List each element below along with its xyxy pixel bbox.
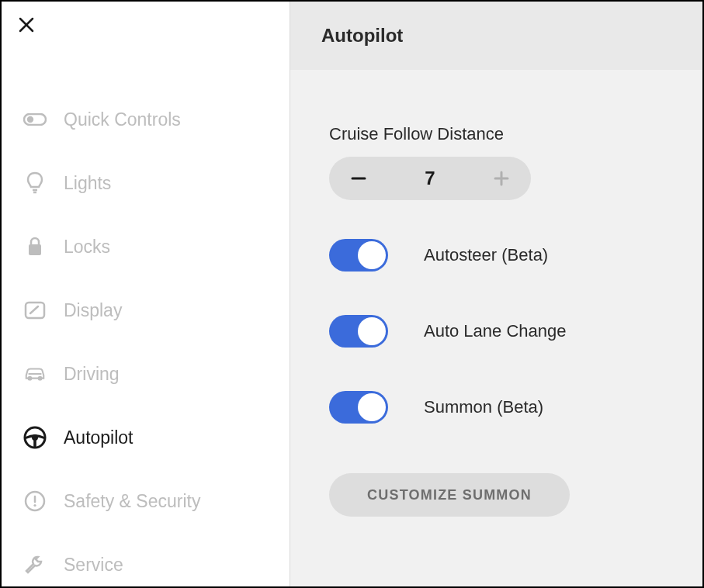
- svg-point-3: [27, 116, 33, 123]
- auto-lane-change-label: Auto Lane Change: [424, 321, 567, 341]
- sidebar-item-label: Driving: [64, 364, 120, 385]
- sidebar-item-label: Lights: [64, 173, 111, 194]
- svg-point-10: [39, 377, 42, 380]
- autosteer-label: Autosteer (Beta): [424, 245, 548, 265]
- car-icon: [23, 362, 47, 386]
- stepper-increase-button[interactable]: [491, 168, 512, 189]
- summon-row: Summon (Beta): [329, 391, 671, 424]
- sidebar-item-locks[interactable]: Locks: [2, 215, 290, 278]
- cruise-follow-distance-block: Cruise Follow Distance 7: [329, 124, 671, 200]
- customize-summon-label: CUSTOMIZE SUMMON: [367, 487, 532, 503]
- sidebar-item-display[interactable]: Display: [2, 278, 290, 342]
- svg-rect-6: [29, 244, 41, 255]
- page-title: Autopilot: [321, 25, 671, 47]
- cruise-follow-distance-stepper: 7: [329, 157, 531, 200]
- svg-line-8: [30, 306, 38, 313]
- autosteer-row: Autosteer (Beta): [329, 239, 671, 272]
- sidebar-item-label: Quick Controls: [64, 109, 181, 130]
- main-body: Cruise Follow Distance 7 Autosteer (Beta…: [290, 70, 702, 548]
- sidebar-item-label: Autopilot: [64, 427, 134, 448]
- sidebar-item-label: Service: [64, 555, 123, 576]
- close-area: [2, 16, 290, 88]
- lightbulb-icon: [23, 171, 47, 195]
- steering-wheel-icon: [23, 426, 47, 449]
- summon-label: Summon (Beta): [424, 397, 543, 417]
- quick-controls-icon: [23, 108, 47, 131]
- settings-window: Quick Controls Lights Locks Display: [0, 0, 704, 588]
- auto-lane-change-toggle[interactable]: [329, 315, 388, 348]
- sidebar-item-lights[interactable]: Lights: [2, 151, 290, 215]
- svg-point-17: [33, 504, 36, 507]
- toggle-knob: [358, 317, 386, 345]
- cruise-follow-distance-label: Cruise Follow Distance: [329, 124, 671, 144]
- summon-toggle[interactable]: [329, 391, 388, 424]
- sidebar: Quick Controls Lights Locks Display: [2, 2, 290, 586]
- auto-lane-change-row: Auto Lane Change: [329, 315, 671, 348]
- main-panel: Autopilot Cruise Follow Distance 7: [290, 2, 702, 586]
- svg-point-9: [29, 377, 32, 380]
- sidebar-item-label: Safety & Security: [64, 491, 200, 512]
- sidebar-item-driving[interactable]: Driving: [2, 342, 290, 406]
- wrench-icon: [23, 553, 47, 576]
- svg-rect-14: [33, 439, 36, 447]
- close-icon[interactable]: [17, 23, 36, 36]
- autosteer-toggle[interactable]: [329, 239, 388, 272]
- sidebar-item-autopilot[interactable]: Autopilot: [2, 406, 290, 469]
- sidebar-item-safety-security[interactable]: Safety & Security: [2, 469, 290, 533]
- toggle-knob: [358, 241, 386, 269]
- display-icon: [23, 299, 47, 322]
- stepper-value: 7: [425, 168, 435, 189]
- sidebar-item-quick-controls[interactable]: Quick Controls: [2, 88, 290, 151]
- lock-icon: [23, 235, 47, 258]
- alert-circle-icon: [23, 489, 47, 513]
- sidebar-nav: Quick Controls Lights Locks Display: [2, 88, 290, 588]
- sidebar-item-label: Locks: [64, 237, 110, 258]
- sidebar-item-label: Display: [64, 300, 122, 321]
- stepper-decrease-button[interactable]: [348, 168, 369, 189]
- toggle-knob: [358, 393, 386, 421]
- customize-summon-button[interactable]: CUSTOMIZE SUMMON: [329, 473, 570, 517]
- sidebar-item-service[interactable]: Service: [2, 533, 290, 588]
- main-header: Autopilot: [290, 2, 702, 70]
